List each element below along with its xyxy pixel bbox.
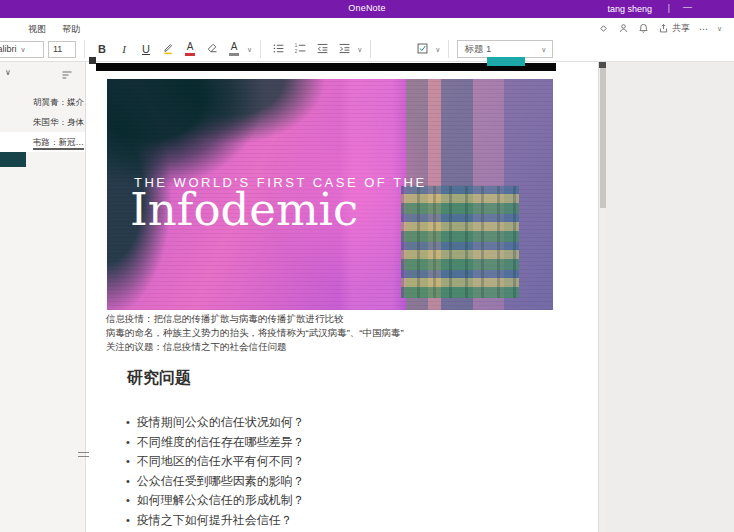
toolbar-divider — [84, 40, 85, 58]
share-icon — [658, 23, 669, 34]
font-size-value: 11 — [53, 44, 62, 54]
presence-icon[interactable] — [618, 23, 629, 34]
notifications-bell-icon[interactable] — [638, 23, 649, 34]
note-line: 病毒的命名，种族主义势力的抬头，将疫情称为“武汉病毒”、“中国病毒” — [106, 326, 576, 340]
paragraph-drag-handle-icon[interactable] — [78, 452, 89, 460]
chevron-down-icon[interactable]: ∨ — [247, 46, 252, 53]
font-color-button[interactable]: A — [181, 40, 199, 58]
outdent-button[interactable] — [313, 40, 331, 58]
note-line: 关注的议题：信息疫情之下的社会信任问题 — [106, 340, 576, 354]
bulleted-list-icon — [272, 42, 285, 57]
more-options-icon[interactable]: ⋯ — [699, 24, 708, 34]
font-name-combobox[interactable]: Calibri ∨ — [0, 41, 44, 58]
style-selected-value: 标题 1 — [464, 43, 491, 56]
bold-button[interactable]: B — [93, 40, 111, 58]
hero-image[interactable]: THE WORLD'S FIRST CASE OF THE Infodemic — [107, 79, 553, 310]
highlighter-button[interactable] — [159, 40, 177, 58]
chevron-down-icon: ∨ — [21, 46, 26, 53]
chevron-down-icon: ∨ — [541, 46, 546, 53]
toolbar-divider — [448, 40, 449, 58]
meet-now-icon[interactable] — [598, 23, 609, 34]
titlebar: OneNote tang sheng | — — [0, 0, 734, 18]
chevron-down-icon[interactable]: ∨ — [357, 46, 362, 53]
list-item: 公众信任受到哪些因素的影响？ — [126, 472, 466, 492]
research-questions-list: 疫情期间公众的信任状况如何？ 不同维度的信任存在哪些差异？ 不同地区的信任水平有… — [126, 413, 466, 531]
page-list: 胡翼青：媒介… 朱国华：身体… 韦路：新冠… — [0, 92, 85, 152]
underline-button[interactable]: U — [137, 40, 155, 58]
sort-pages-icon[interactable] — [61, 67, 73, 85]
share-label: 共享 — [672, 22, 690, 35]
vertical-scrollbar[interactable] — [598, 62, 606, 532]
list-item: 疫情期间公众的信任状况如何？ — [126, 413, 466, 433]
eraser-icon — [206, 42, 219, 57]
ribbon-right-icons: 共享 ⋯ ∨ — [598, 22, 722, 35]
sidebar-collapse-icon[interactable]: ∨ — [5, 68, 11, 77]
titlebar-divider: | — [668, 3, 670, 13]
page-list-item[interactable]: 朱国华：身体… — [0, 112, 85, 132]
page-list-sidebar: ∨ 胡翼青：媒介… 朱国华：身体… 韦路：新冠… — [0, 62, 86, 532]
tab-help[interactable]: 帮助 — [62, 23, 80, 36]
list-item: 不同地区的信任水平有何不同？ — [126, 452, 466, 472]
page-list-item[interactable]: 胡翼青：媒介… — [0, 92, 85, 112]
italic-button[interactable]: I — [115, 40, 133, 58]
indent-icon — [338, 42, 351, 57]
numbered-list-icon: 12 — [294, 42, 307, 57]
font-options-button[interactable]: A — [225, 40, 243, 58]
highlighter-icon — [162, 42, 175, 57]
section-color-tab[interactable] — [0, 152, 26, 167]
svg-text:2: 2 — [294, 48, 297, 53]
note-page[interactable]: THE WORLD'S FIRST CASE OF THE Infodemic … — [86, 62, 598, 532]
note-line: 信息疫情：把信息的传播扩散与病毒的传播扩散进行比较 — [106, 312, 576, 326]
section-heading: 研究问题 — [127, 368, 191, 389]
font-name-value: Calibri — [0, 44, 17, 54]
page-corner-marker — [89, 57, 96, 64]
style-combobox[interactable]: 标题 1 ∨ — [457, 40, 553, 58]
font-size-combobox[interactable]: 11 — [48, 41, 76, 58]
minimize-button[interactable]: — — [683, 2, 692, 12]
numbered-list-button[interactable]: 12 — [291, 40, 309, 58]
account-button[interactable]: tang sheng — [607, 4, 652, 14]
list-item: 疫情之下如何提升社会信任？ — [126, 511, 466, 531]
formatting-toolbar: Calibri ∨ 11 B I U A — [0, 38, 553, 60]
list-item: 不同维度的信任存在哪些差异？ — [126, 433, 466, 453]
menu-tabs: 视图 帮助 — [28, 23, 80, 36]
bulleted-list-button[interactable] — [269, 40, 287, 58]
scrollbar-thumb[interactable] — [600, 68, 606, 208]
ribbon-collapse-icon[interactable]: ∨ — [717, 25, 722, 32]
indent-button[interactable] — [335, 40, 353, 58]
todo-tag-button[interactable] — [413, 40, 431, 58]
toolbar-spacer — [379, 49, 409, 50]
chevron-down-icon[interactable]: ∨ — [435, 46, 440, 53]
list-item: 如何理解公众信任的形成机制？ — [126, 491, 466, 511]
svg-text:1: 1 — [294, 42, 297, 47]
checkbox-icon — [416, 42, 429, 57]
tab-view[interactable]: 视图 — [28, 23, 46, 36]
page-list-item-selected[interactable]: 韦路：新冠… — [0, 132, 85, 152]
onenote-window: OneNote tang sheng | — 视图 帮助 共享 — [0, 0, 734, 532]
font-color-icon: A — [185, 42, 195, 56]
hero-title-text: Infodemic — [130, 183, 358, 236]
share-button[interactable]: 共享 — [658, 22, 690, 35]
toolbar-divider — [370, 40, 371, 58]
ribbon: 视图 帮助 共享 ⋯ ∨ Calibri — [0, 18, 734, 62]
clear-formatting-button[interactable] — [203, 40, 221, 58]
outdent-icon — [316, 42, 329, 57]
note-paragraphs: 信息疫情：把信息的传播扩散与病毒的传播扩散进行比较 病毒的命名，种族主义势力的抬… — [106, 312, 576, 354]
font-options-icon: A — [229, 42, 239, 56]
toolbar-divider — [260, 40, 261, 58]
teal-highlight-swatch — [487, 57, 525, 66]
